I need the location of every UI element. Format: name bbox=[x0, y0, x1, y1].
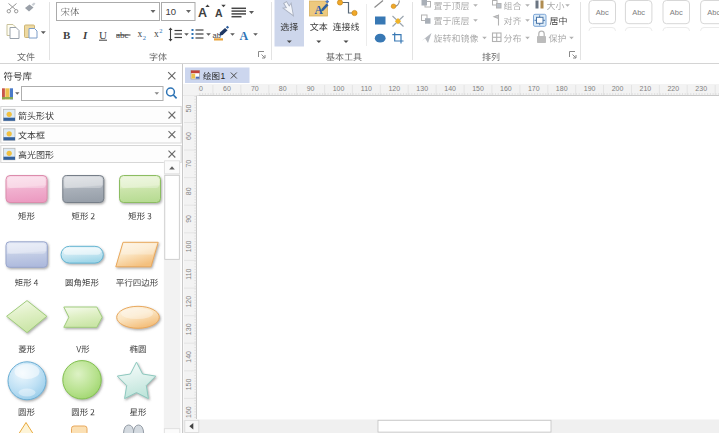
svg-text:70: 70 bbox=[185, 160, 192, 168]
svg-text:140: 140 bbox=[185, 351, 192, 363]
svg-text:220: 220 bbox=[667, 85, 679, 92]
svg-text:B: B bbox=[63, 29, 71, 41]
svg-text:130: 130 bbox=[416, 85, 428, 92]
svg-text:180: 180 bbox=[556, 85, 568, 92]
svg-text:I: I bbox=[82, 29, 88, 41]
svg-text:200: 200 bbox=[612, 85, 624, 92]
svg-text:120: 120 bbox=[185, 296, 192, 308]
svg-text:90: 90 bbox=[185, 215, 192, 223]
svg-text:50: 50 bbox=[185, 105, 192, 113]
svg-text:160: 160 bbox=[500, 85, 512, 92]
svg-text:130: 130 bbox=[185, 323, 192, 335]
svg-text:190: 190 bbox=[584, 85, 596, 92]
svg-text:90: 90 bbox=[307, 85, 315, 92]
svg-text:60: 60 bbox=[185, 132, 192, 140]
svg-text:U: U bbox=[99, 29, 107, 41]
svg-text:10: 10 bbox=[166, 6, 177, 17]
svg-text:140: 140 bbox=[444, 85, 456, 92]
svg-text:100: 100 bbox=[333, 85, 345, 92]
svg-text:2: 2 bbox=[143, 34, 146, 41]
svg-text:100: 100 bbox=[185, 241, 192, 253]
svg-text:150: 150 bbox=[185, 379, 192, 391]
svg-text:80: 80 bbox=[185, 187, 192, 195]
svg-text:A: A bbox=[240, 29, 249, 43]
svg-text:Abc: Abc bbox=[632, 8, 645, 17]
svg-text:150: 150 bbox=[472, 85, 484, 92]
svg-text:Abc: Abc bbox=[670, 8, 683, 17]
svg-text:80: 80 bbox=[279, 85, 287, 92]
svg-text:70: 70 bbox=[251, 85, 259, 92]
svg-text:1: 1 bbox=[221, 71, 226, 81]
svg-text:110: 110 bbox=[185, 268, 192, 279]
svg-text:60: 60 bbox=[223, 85, 231, 92]
svg-text:160: 160 bbox=[185, 406, 192, 418]
svg-text:2: 2 bbox=[159, 27, 162, 34]
svg-text:Abc: Abc bbox=[596, 8, 609, 17]
svg-text:110: 110 bbox=[361, 85, 372, 92]
svg-text:230: 230 bbox=[695, 85, 707, 92]
svg-text:120: 120 bbox=[388, 85, 400, 92]
svg-text:170: 170 bbox=[528, 85, 540, 92]
svg-text:Abc: Abc bbox=[707, 8, 719, 17]
svg-text:A: A bbox=[215, 7, 223, 19]
svg-text:210: 210 bbox=[640, 85, 652, 92]
svg-text:A: A bbox=[198, 6, 207, 20]
